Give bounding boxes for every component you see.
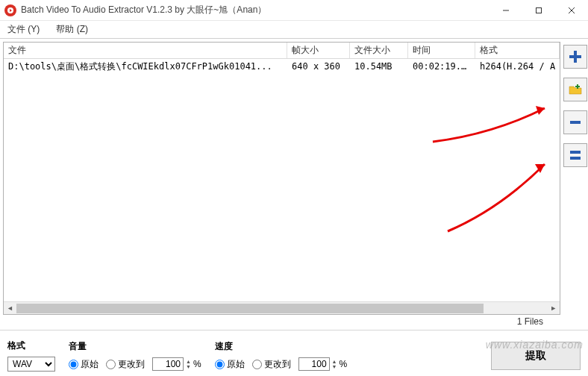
format-select[interactable]: WAV [7, 357, 55, 372]
folder-plus-icon [568, 82, 583, 97]
clear-icon [568, 148, 583, 163]
close-button[interactable] [555, 0, 588, 21]
volume-change-radio[interactable]: 更改到 [106, 358, 145, 371]
col-file-size[interactable]: 文件大小 [350, 43, 408, 58]
table-body[interactable]: D:\tools\桌面\格式转换\fcCWIEkdlx07CFrP1wGk010… [4, 59, 560, 301]
status-bar: 1 Files [0, 315, 588, 330]
col-frame-size[interactable]: 帧大小 [287, 43, 350, 58]
volume-stepper[interactable]: ▲▼ [186, 359, 191, 369]
add-folder-button[interactable] [563, 78, 587, 101]
table-header: 文件 帧大小 文件大小 时间 格式 [4, 43, 560, 59]
format-label: 格式 [7, 339, 55, 352]
scroll-left-icon[interactable]: ◄ [4, 302, 16, 315]
minus-icon [568, 115, 583, 130]
speed-spinner: ▲▼ % [298, 357, 348, 371]
bottom-panel: 格式 WAV 音量 原始 更改到 ▲▼ % 速度 原始 更改到 ▲▼ % [0, 330, 588, 376]
clear-button[interactable] [563, 143, 587, 167]
menubar: 文件 (Y) 帮助 (Z) [0, 21, 588, 39]
volume-label: 音量 [69, 340, 201, 353]
main-content: 文件 帧大小 文件大小 时间 格式 D:\tools\桌面\格式转换\fcCWI… [0, 39, 588, 315]
svg-rect-11 [570, 157, 581, 160]
cell-time: 00:02:19... [408, 61, 475, 72]
volume-group: 音量 原始 更改到 ▲▼ % [69, 340, 201, 371]
format-group: 格式 WAV [7, 339, 55, 372]
scroll-thumb[interactable] [16, 304, 484, 313]
menu-file[interactable]: 文件 (Y) [4, 22, 43, 37]
minimize-button[interactable] [490, 0, 522, 21]
remove-button[interactable] [563, 110, 587, 134]
app-icon [4, 4, 16, 16]
horizontal-scrollbar[interactable]: ◄ ► [4, 301, 560, 314]
speed-group: 速度 原始 更改到 ▲▼ % [215, 340, 348, 371]
add-file-button[interactable] [563, 45, 587, 69]
speed-change-radio[interactable]: 更改到 [252, 358, 291, 371]
volume-input[interactable] [152, 357, 184, 371]
sidebar [562, 39, 588, 315]
svg-rect-9 [570, 121, 581, 124]
plus-icon [568, 49, 583, 64]
col-file[interactable]: 文件 [4, 43, 287, 58]
volume-unit: % [193, 359, 201, 369]
file-table: 文件 帧大小 文件大小 时间 格式 D:\tools\桌面\格式转换\fcCWI… [3, 42, 560, 315]
volume-spinner: ▲▼ % [152, 357, 201, 371]
window-title: Batch Video To Audio Extractor V1.2.3 by… [21, 4, 490, 16]
svg-rect-6 [569, 55, 581, 58]
volume-original-radio[interactable]: 原始 [69, 358, 98, 371]
cell-frame-size: 640 x 360 [287, 61, 350, 72]
cell-file-size: 10.54MB [350, 61, 408, 72]
svg-rect-8 [575, 86, 580, 87]
svg-rect-10 [570, 151, 581, 154]
svg-rect-2 [537, 8, 542, 13]
titlebar: Batch Video To Audio Extractor V1.2.3 by… [0, 0, 588, 21]
file-count: 1 Files [517, 316, 543, 327]
menu-help[interactable]: 帮助 (Z) [53, 22, 91, 37]
speed-stepper[interactable]: ▲▼ [332, 359, 337, 369]
scroll-track[interactable] [16, 303, 547, 314]
speed-input[interactable] [298, 357, 330, 371]
table-row[interactable]: D:\tools\桌面\格式转换\fcCWIEkdlx07CFrP1wGk010… [4, 59, 560, 74]
speed-label: 速度 [215, 340, 348, 353]
col-format[interactable]: 格式 [475, 43, 560, 58]
scroll-right-icon[interactable]: ► [547, 302, 560, 315]
window-controls [490, 0, 588, 20]
cell-file: D:\tools\桌面\格式转换\fcCWIEkdlx07CFrP1wGk010… [4, 60, 287, 73]
maximize-button[interactable] [522, 0, 555, 21]
speed-unit: % [340, 359, 348, 369]
speed-original-radio[interactable]: 原始 [215, 358, 245, 371]
col-time[interactable]: 时间 [408, 43, 475, 58]
watermark: www.xiazaiba.com [486, 339, 584, 351]
cell-format: h264(H.264 / A [475, 61, 560, 72]
